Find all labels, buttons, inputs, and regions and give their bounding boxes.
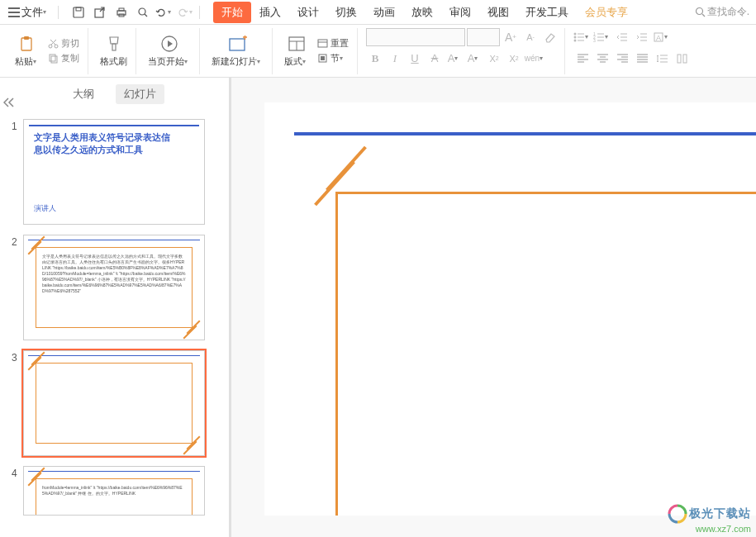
slide-thumbnail-3[interactable]: [23, 350, 205, 456]
save-icon: [72, 6, 85, 19]
svg-text:3: 3: [593, 38, 596, 42]
clear-format-button[interactable]: [541, 28, 559, 46]
tab-member[interactable]: 会员专享: [577, 2, 636, 23]
editor-canvas[interactable]: [231, 78, 756, 537]
section-button[interactable]: 节▾: [314, 51, 352, 65]
format-painter-button[interactable]: 格式刷: [97, 32, 131, 69]
collapse-panel-button[interactable]: [3, 96, 15, 111]
preview-icon: [136, 6, 150, 19]
font-color-button[interactable]: A▾: [445, 50, 464, 68]
line-spacing-button[interactable]: [653, 50, 671, 68]
tab-insert[interactable]: 插入: [251, 2, 289, 23]
font-size-select[interactable]: [467, 28, 500, 46]
copy-button[interactable]: 复制: [45, 51, 83, 65]
slide-thumbnail-4[interactable]: fromModule=lemma_inlink" \t "https://bai…: [23, 466, 205, 516]
svg-rect-13: [51, 56, 57, 63]
number-list-button[interactable]: 123▾: [593, 28, 611, 46]
align-right-button[interactable]: [613, 50, 631, 68]
slide-thumbnail-1[interactable]: 文字是人类用表义符号记录表达信息以传之久远的方式和工具 演讲人: [23, 119, 205, 225]
svg-rect-16: [230, 39, 245, 50]
slide-title: 文字是人类用表义符号记录表达信息以传之久远的方式和工具: [34, 131, 171, 157]
svg-rect-9: [24, 36, 29, 40]
font-name-select[interactable]: [366, 28, 465, 46]
slide-top-bar: [294, 132, 756, 135]
outline-tab[interactable]: 大纲: [64, 84, 102, 104]
superscript-button[interactable]: X2: [485, 50, 503, 68]
subscript-button[interactable]: X2: [505, 50, 523, 68]
svg-rect-14: [112, 44, 116, 50]
thumbnail-list[interactable]: 1 文字是人类用表义符号记录表达信息以传之久远的方式和工具 演讲人 2 文字是人…: [0, 109, 229, 537]
highlight-button[interactable]: A▾: [465, 50, 483, 68]
redo-button[interactable]: ▾: [176, 2, 196, 22]
layout-label: 版式: [284, 55, 302, 68]
chevron-down-icon: ▾: [168, 8, 174, 16]
tab-design[interactable]: 设计: [289, 2, 327, 23]
file-menu-button[interactable]: 文件 ▾: [3, 3, 55, 21]
search-command[interactable]: 查找命令.: [695, 5, 753, 19]
tab-transition[interactable]: 切换: [327, 2, 365, 23]
tab-view[interactable]: 视图: [479, 2, 517, 23]
slide-thumbnail-2[interactable]: 文字是人类用表义符号记录表达信息以传之久远的方式和工具。现代文字多数由记录语言的…: [23, 235, 205, 340]
svg-point-7: [696, 8, 702, 15]
phonetic-button[interactable]: wén▾: [525, 50, 543, 68]
section-icon: [317, 53, 328, 64]
increase-indent-button[interactable]: [633, 28, 651, 46]
svg-text:A: A: [656, 34, 661, 42]
format-painter-group: 格式刷: [92, 28, 136, 74]
decrease-indent-button[interactable]: [613, 28, 631, 46]
slide-body-text: fromModule=lemma_inlink" \t "https://bai…: [42, 485, 186, 497]
paste-button[interactable]: 粘贴▾: [12, 32, 43, 69]
reset-button[interactable]: 重置: [314, 36, 352, 50]
paragraph-group: ▾ 123▾ A▾: [568, 28, 696, 74]
section-label: 节: [330, 52, 340, 64]
cut-button[interactable]: 剪切: [45, 36, 83, 50]
search-icon: [695, 7, 706, 17]
char-highlight-button[interactable]: A▾: [653, 28, 671, 46]
save-button[interactable]: [69, 2, 88, 22]
increase-font-button[interactable]: A+: [502, 28, 520, 46]
thumbnails-tab[interactable]: 幻灯片: [116, 84, 164, 104]
redo-icon: [176, 6, 189, 19]
slide-number: 2: [12, 235, 23, 340]
print-preview-button[interactable]: [133, 2, 153, 22]
tab-developer[interactable]: 开发工具: [517, 2, 577, 23]
current-slide[interactable]: [264, 102, 756, 516]
brush-icon: [106, 35, 122, 53]
align-center-icon: [597, 54, 608, 63]
scissors-icon: [48, 38, 59, 49]
tab-animation[interactable]: 动画: [365, 2, 403, 23]
tab-slideshow[interactable]: 放映: [403, 2, 441, 23]
tab-review[interactable]: 审阅: [441, 2, 479, 23]
columns-button[interactable]: [673, 50, 691, 68]
align-center-button[interactable]: [593, 50, 611, 68]
search-placeholder: 查找命令.: [707, 5, 749, 19]
slides-group: 新建幻灯片▾: [203, 28, 273, 74]
new-slide-label: 新建幻灯片: [212, 55, 257, 68]
bullet-list-button[interactable]: ▾: [573, 28, 592, 46]
svg-rect-8: [21, 38, 31, 50]
align-justify-button[interactable]: [633, 50, 651, 68]
underline-button[interactable]: U: [406, 50, 424, 68]
italic-button[interactable]: I: [386, 50, 404, 68]
new-slide-button[interactable]: 新建幻灯片▾: [208, 32, 267, 69]
format-painter-label: 格式刷: [100, 55, 127, 68]
eraser-icon: [544, 31, 557, 43]
decrease-font-button[interactable]: A-: [521, 28, 540, 46]
align-left-icon: [578, 54, 588, 63]
slide-number: 4: [12, 466, 23, 516]
slide-body-text: 文字是人类用表义符号记录表达信息以传之久远的方式和工具。现代文字多数由记录语言的…: [42, 254, 186, 294]
align-left-button[interactable]: [573, 50, 592, 68]
svg-rect-1: [76, 7, 81, 11]
from-current-button[interactable]: 当页开始▾: [145, 32, 194, 69]
layout-button[interactable]: 版式▾: [281, 32, 312, 69]
svg-rect-30: [683, 55, 687, 63]
print-button[interactable]: [112, 2, 131, 22]
export-button[interactable]: [90, 2, 110, 22]
separator: [58, 6, 59, 19]
tab-start[interactable]: 开始: [213, 2, 251, 23]
bold-button[interactable]: B: [366, 50, 384, 68]
from-current-label: 当页开始: [148, 55, 184, 68]
strike-button[interactable]: A: [426, 50, 444, 68]
chevron-double-left-icon: [3, 97, 15, 107]
undo-button[interactable]: ▾: [155, 2, 174, 22]
